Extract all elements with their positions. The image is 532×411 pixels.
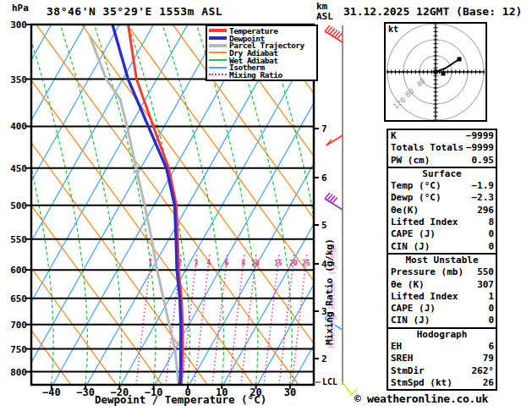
table-row-label: θe (K) (391, 279, 425, 291)
table-row-label: K (391, 130, 397, 142)
table-row-value: 307 (477, 279, 494, 291)
table-row-value: 0 (488, 315, 494, 326)
table-section: SurfaceTemp (°C)−1.9Dewp (°C)−2.3θe(K)29… (388, 167, 496, 253)
table-row-label: Totals Totals (391, 142, 463, 154)
pressure-tick-label: 550 (3, 234, 27, 245)
table-row: StmSpd (kt)26 (388, 377, 496, 389)
table-row: SREH79 (388, 353, 496, 364)
mixing-ratio-label: 15 (274, 260, 282, 267)
table-row-label: CAPE (J) (391, 303, 436, 315)
table-row: Totals Totals−9999 (388, 142, 496, 154)
pressure-tick-label: 400 (3, 121, 27, 132)
legend-swatch (209, 52, 227, 53)
table-row: Pressure (mb)550 (388, 266, 496, 278)
lcl-marker-label: LCL (322, 377, 337, 386)
table-row: Temp (°C)−1.9 (388, 180, 496, 192)
table-row-label: CIN (J) (391, 241, 430, 253)
pressure-tick-label: 650 (3, 293, 27, 304)
copyright: © weatheronline.co.uk (354, 392, 488, 405)
table-section: Most UnstablePressure (mb)550θe (K)307Li… (388, 253, 496, 327)
table-row-label: Lifted Index (391, 291, 458, 303)
legend: TemperatureDewpointParcel TrajectoryDry … (206, 25, 318, 81)
mixing-ratio-label: 25 (302, 260, 310, 267)
table-row-value: 1 (488, 291, 494, 303)
sounding-indices-table: K−9999Totals Totals−9999PW (cm)0.95Surfa… (387, 129, 497, 391)
mixing-ratio-lines (136, 254, 307, 385)
valid-time-title: 31.12.2025 12GMT (Base: 12) (343, 5, 522, 18)
table-row-label: Lifted Index (391, 216, 458, 228)
mixing-ratio-label: 8 (242, 260, 246, 267)
table-row-value: 262° (472, 365, 495, 377)
table-row-label: θe(K) (391, 205, 419, 216)
table-row: EH6 (388, 341, 496, 353)
mixing-ratio-label: 6 (225, 260, 229, 267)
hodograph-unit-label: kt (388, 25, 398, 34)
legend-swatch (209, 74, 227, 75)
table-section-header: Surface (388, 168, 496, 180)
table-row-value: 6 (488, 341, 494, 353)
mixing-ratio-label: 1 (149, 260, 153, 267)
table-row-value: 0.95 (472, 155, 495, 167)
table-section: K−9999Totals Totals−9999PW (cm)0.95 (388, 130, 496, 167)
legend-label: Mixing Ratio (229, 70, 282, 79)
pressure-tick-label: 600 (3, 265, 27, 276)
table-row-value: −9999 (466, 142, 494, 154)
table-row-label: CIN (J) (391, 315, 430, 326)
mixing-ratio-label: 20 (289, 260, 298, 267)
table-row: Lifted Index1 (388, 291, 496, 303)
pressure-tick-label: 300 (3, 19, 27, 30)
mixing-ratio-label: 3 (195, 260, 199, 267)
table-row: StmDir262° (388, 365, 496, 377)
table-row-label: Dewp (°C) (391, 192, 442, 204)
temp-tick-label: 30 (276, 386, 304, 398)
table-row-value: 0 (488, 303, 494, 315)
table-row: PW (cm)0.95 (388, 155, 496, 167)
mixing-ratio-label: 2 (178, 260, 183, 267)
x-axis-title: Dewpoint / Temperature (°C) (95, 393, 266, 406)
table-row: θe(K)296 (388, 205, 496, 216)
skewt-sounding-page: hPa 38°46'N 35°29'E 1553m ASL km ASL 31.… (0, 0, 532, 411)
table-section-header: Hodograph (388, 329, 496, 341)
table-row: CIN (J)0 (388, 315, 496, 326)
pressure-tick-label: 750 (3, 344, 27, 355)
table-row: θe (K)307 (388, 279, 496, 291)
table-section: HodographEH6SREH79StmDir262°StmSpd (kt)2… (388, 327, 496, 389)
table-row-label: CAPE (J) (391, 228, 436, 240)
table-row-label: PW (cm) (391, 155, 430, 167)
table-row: CAPE (J)0 (388, 303, 496, 315)
legend-item: Mixing Ratio (209, 71, 316, 79)
page-title: 38°46'N 35°29'E 1553m ASL (47, 5, 222, 18)
table-row-value: 79 (483, 353, 494, 364)
table-row: CAPE (J)0 (388, 228, 496, 240)
legend-swatch (209, 44, 227, 47)
pressure-axis-unit: hPa (12, 3, 29, 14)
legend-swatch (209, 67, 227, 68)
table-row-label: SREH (391, 353, 414, 364)
table-row: K−9999 (388, 130, 496, 142)
parcel-trajectory-curve (90, 36, 178, 385)
table-row-value: −9999 (466, 130, 494, 142)
legend-swatch (209, 36, 227, 40)
table-row-value: 0 (488, 241, 494, 253)
pressure-tick-label: 500 (3, 200, 27, 211)
table-row-value: −1.9 (472, 180, 495, 192)
table-row-value: 0 (488, 228, 494, 240)
pressure-tick-label: 700 (3, 320, 27, 331)
mixing-ratio-label: 4 (207, 260, 211, 267)
height-axis-unit: km ASL (316, 2, 333, 22)
temp-tick-label: −40 (37, 386, 66, 398)
km-tick-label: 7 (321, 123, 327, 134)
table-row-value: 296 (477, 205, 494, 216)
table-row-value: 8 (488, 216, 494, 228)
table-row-label: EH (391, 341, 402, 353)
table-row-value: −2.3 (472, 192, 495, 204)
asl-unit: ASL (316, 12, 333, 22)
legend-swatch (209, 59, 227, 61)
table-row: Dewp (°C)−2.3 (388, 192, 496, 204)
table-row-value: 550 (477, 266, 494, 278)
table-row-label: Temp (°C) (391, 180, 442, 192)
km-tick-label: 2 (321, 353, 327, 364)
legend-swatch (209, 29, 227, 32)
table-row-label: StmDir (391, 365, 425, 377)
table-row: CIN (J)0 (388, 241, 496, 253)
